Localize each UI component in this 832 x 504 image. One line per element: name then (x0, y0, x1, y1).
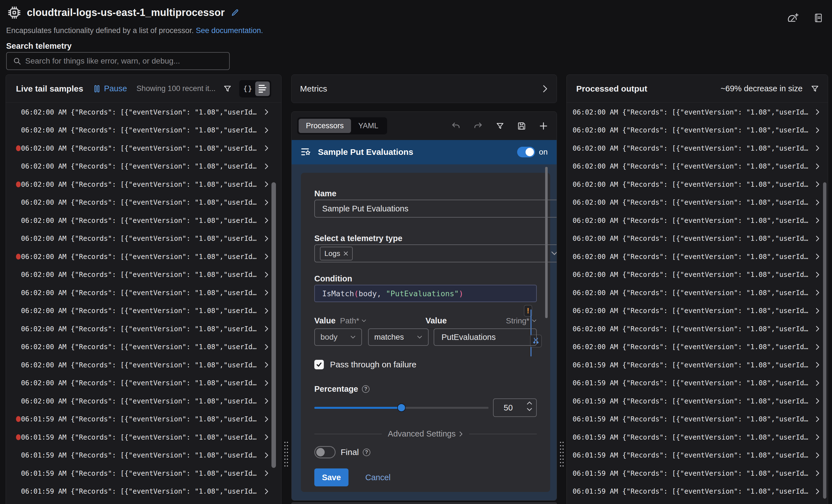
log-row[interactable]: 06:01:59 AM {"Records": [{"eventVersion"… (6, 500, 281, 504)
slider-knob[interactable] (397, 403, 406, 412)
log-row[interactable]: 06:01:59 AM {"Records": [{"eventVersion"… (567, 356, 828, 374)
help-icon[interactable] (362, 385, 369, 393)
filter-icon[interactable] (810, 84, 820, 93)
panel-resize-handle[interactable] (560, 442, 564, 467)
percentage-slider[interactable] (314, 398, 489, 417)
pause-button[interactable]: Pause (93, 84, 127, 93)
value-type-select[interactable]: Path* (340, 316, 367, 325)
log-row[interactable]: 06:02:00 AM {"Records": [{"eventVersion"… (567, 338, 828, 356)
log-row[interactable]: 06:01:59 AM {"Records": [{"eventVersion"… (6, 446, 281, 465)
log-row[interactable]: 06:02:00 AM {"Records": [{"eventVersion"… (6, 157, 281, 176)
log-row[interactable]: 06:02:00 AM {"Records": [{"eventVersion"… (567, 230, 828, 248)
selected-processor-bar[interactable]: Sample Put Evaluations on (292, 140, 556, 164)
log-row[interactable]: 06:02:00 AM {"Records": [{"eventVersion"… (6, 230, 281, 248)
percentage-input[interactable] (494, 403, 519, 413)
notebook-icon[interactable] (813, 13, 823, 23)
edit-title-button[interactable] (231, 8, 239, 17)
log-row[interactable]: 06:02:00 AM {"Records": [{"eventVersion"… (6, 266, 281, 284)
log-row[interactable]: 06:01:59 AM {"Records": [{"eventVersion"… (567, 464, 828, 482)
list-view-button[interactable] (255, 81, 270, 96)
log-row[interactable]: 06:01:59 AM {"Records": [{"eventVersion"… (6, 464, 281, 482)
page-subtitle: Encapsulates functionality defined by a … (6, 26, 263, 35)
log-row[interactable]: 06:01:59 AM {"Records": [{"eventVersion"… (567, 428, 828, 446)
add-processor-icon[interactable] (539, 121, 548, 131)
log-row[interactable]: 06:02:00 AM {"Records": [{"eventVersion"… (567, 175, 828, 193)
log-row[interactable]: 06:02:00 AM {"Records": [{"eventVersion"… (6, 320, 281, 338)
log-row[interactable]: 06:02:00 AM {"Records": [{"eventVersion"… (567, 193, 828, 212)
log-row[interactable]: 06:02:00 AM {"Records": [{"eventVersion"… (567, 139, 828, 157)
search-telemetry-label: Search telemetry (6, 42, 72, 51)
log-row[interactable]: 06:01:59 AM {"Records": [{"eventVersion"… (567, 446, 828, 465)
redo-icon[interactable] (473, 121, 483, 131)
search-input[interactable] (7, 53, 229, 70)
telemetry-type-select[interactable]: Logs (314, 244, 557, 262)
log-row[interactable]: 06:02:00 AM {"Records": [{"eventVersion"… (567, 211, 828, 230)
remove-chip-icon[interactable] (343, 251, 348, 256)
condition-expression[interactable]: IsMatch(body, "PutEvaluations") (314, 285, 537, 302)
tab-processors[interactable]: Processors (298, 119, 351, 133)
log-row[interactable]: 06:02:00 AM {"Records": [{"eventVersion"… (6, 392, 281, 410)
advanced-settings-toggle[interactable]: Advanced Settings (314, 429, 537, 439)
metrics-panel[interactable]: Metrics (291, 75, 557, 103)
log-row[interactable]: 06:02:00 AM {"Records": [{"eventVersion"… (6, 139, 281, 157)
value-type-select[interactable]: String* (506, 316, 537, 325)
log-row[interactable]: 06:01:59 AM {"Records": [{"eventVersion"… (567, 374, 828, 392)
log-row[interactable]: 06:02:00 AM {"Records": [{"eventVersion"… (567, 320, 828, 338)
panel-resize-handle[interactable] (284, 442, 288, 467)
pass-through-checkbox[interactable] (314, 360, 324, 369)
save-disk-icon[interactable] (517, 121, 526, 131)
log-row[interactable]: 06:01:59 AM {"Records": [{"eventVersion"… (567, 500, 828, 504)
undo-icon[interactable] (451, 121, 461, 131)
log-body: {"Records": [{"eventVersion": "1.08","us… (622, 253, 808, 261)
log-timestamp: 06:02:00 AM (21, 379, 67, 387)
log-row[interactable]: 06:02:00 AM {"Records": [{"eventVersion"… (567, 121, 828, 139)
log-row[interactable]: 06:01:59 AM {"Records": [{"eventVersion"… (6, 428, 281, 446)
log-row[interactable]: 06:02:00 AM {"Records": [{"eventVersion"… (6, 302, 281, 320)
log-row[interactable]: 06:02:00 AM {"Records": [{"eventVersion"… (6, 247, 281, 266)
cancel-button[interactable]: Cancel (365, 473, 391, 482)
log-row[interactable]: 06:01:59 AM {"Records": [{"eventVersion"… (567, 482, 828, 501)
next-processor-card-edge[interactable] (291, 502, 557, 504)
log-row[interactable]: 06:02:00 AM {"Records": [{"eventVersion"… (567, 284, 828, 302)
log-row[interactable]: 06:02:00 AM {"Records": [{"eventVersion"… (567, 157, 828, 176)
chevron-right-icon (815, 127, 820, 134)
log-row[interactable]: 06:02:00 AM {"Records": [{"eventVersion"… (567, 302, 828, 320)
log-row[interactable]: 06:02:00 AM {"Records": [{"eventVersion"… (567, 266, 828, 284)
log-row[interactable]: 06:02:00 AM {"Records": [{"eventVersion"… (6, 284, 281, 302)
scrollbar-thumb[interactable] (271, 182, 276, 468)
log-row[interactable]: 06:02:00 AM {"Records": [{"eventVersion"… (567, 103, 828, 121)
scrollbar-thumb[interactable] (823, 182, 826, 499)
operator-select[interactable]: matches (368, 328, 428, 346)
filter-icon[interactable] (496, 122, 504, 131)
decrement-icon[interactable] (527, 408, 532, 411)
match-value-field[interactable] (434, 328, 537, 346)
help-icon[interactable] (363, 449, 370, 456)
save-button[interactable]: Save (314, 469, 348, 486)
log-row[interactable]: 06:01:59 AM {"Records": [{"eventVersion"… (6, 410, 281, 428)
log-row[interactable]: 06:02:00 AM {"Records": [{"eventVersion"… (567, 247, 828, 266)
documentation-link[interactable]: See documentation. (196, 26, 263, 35)
field-select[interactable]: body (314, 328, 362, 346)
log-row[interactable]: 06:02:00 AM {"Records": [{"eventVersion"… (6, 121, 281, 139)
log-row[interactable]: 06:01:59 AM {"Records": [{"eventVersion"… (567, 410, 828, 428)
log-row[interactable]: 06:02:00 AM {"Records": [{"eventVersion"… (6, 175, 281, 193)
log-row[interactable]: 06:02:00 AM {"Records": [{"eventVersion"… (6, 193, 281, 212)
tab-yaml[interactable]: YAML (351, 119, 386, 133)
log-row[interactable]: 06:02:00 AM {"Records": [{"eventVersion"… (6, 374, 281, 392)
name-field[interactable] (314, 200, 557, 217)
add-gauge-icon[interactable] (787, 12, 799, 24)
log-row[interactable]: 06:02:00 AM {"Records": [{"eventVersion"… (6, 103, 281, 121)
log-row[interactable]: 06:02:00 AM {"Records": [{"eventVersion"… (6, 211, 281, 230)
final-toggle[interactable] (314, 446, 336, 458)
increment-icon[interactable] (527, 401, 532, 405)
editor-tabbar: Processors YAML (292, 112, 556, 140)
filter-icon[interactable] (223, 84, 232, 93)
log-row[interactable]: 06:01:59 AM {"Records": [{"eventVersion"… (6, 482, 281, 501)
chevron-right-icon (264, 235, 269, 242)
log-row[interactable]: 06:01:59 AM {"Records": [{"eventVersion"… (567, 392, 828, 410)
processor-enabled-toggle[interactable] (517, 147, 535, 157)
log-row[interactable]: 06:02:00 AM {"Records": [{"eventVersion"… (6, 356, 281, 374)
json-view-button[interactable]: {} (241, 81, 255, 96)
scrollbar-thumb[interactable] (545, 167, 548, 318)
log-row[interactable]: 06:02:00 AM {"Records": [{"eventVersion"… (6, 338, 281, 356)
